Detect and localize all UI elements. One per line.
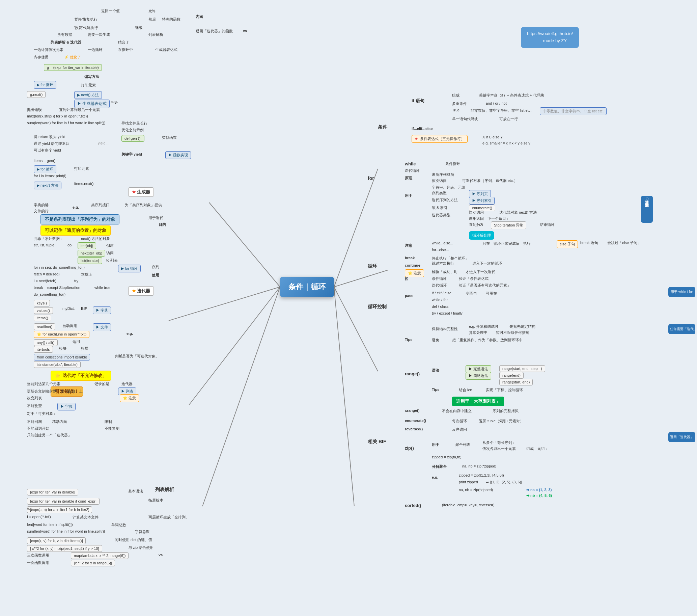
lbl-lianghuan-shenche: 两层循环生成「全排列」 [148,515,189,520]
node-for-loop-gen: ▶ for 循环 [34,81,56,89]
lbl-fetch: fetch = iter(seq) [34,272,60,276]
lbl-diedaqi-next: 迭代器对象 next() 方法 [499,210,537,215]
lbl-dangqian: 当前到达第几个元素 [27,381,60,386]
lbl-bianxie: 编写方法 [84,74,99,79]
lbl-BIF: BIF [81,307,87,310]
node-two-iter: [expr(a, b) for a in iter1 for b in iter… [27,506,92,513]
lbl-return-value: 返回一个值 [101,9,120,14]
lbl-for-else: for...else... [432,248,449,252]
section-generator: ★生成器 [128,187,154,197]
lbl-ji: 即 [405,277,409,282]
lbl-danyi: 单一语句代码块 [452,116,478,121]
lbl-eg2: e.g. [73,205,79,209]
lbl-nb-result: ➡ nb = (4, 5, 6) [526,494,552,498]
lbl-kediedai: 可迭代对象（序列、迭代器 etc.） [462,178,518,183]
lbl-xuliedui: 序列 [152,265,159,270]
lbl-duiyu: 对于「可变对象」 [27,411,57,416]
node-iter-obj: iter(obj) [78,243,96,249]
node-for-items: ▶ for 循环 [34,165,56,173]
lbl-genxin: 更新会立刻映射到「迭代条目」上 [27,389,83,394]
lbl-str-list: str, list, tuple [34,243,54,247]
lbl-yongyu2: 用于 [432,442,439,447]
lbl-lebiao-jiexi-diedai: 列表解析 & 迭代器 [50,40,81,45]
lbl-weishuxulie: 为「类序列对象」提供 [125,203,162,208]
section-for-right: for [368,176,374,181]
lbl-zhijie-jisuan: 直到计算到最后一个元素 [59,107,100,113]
lbl-zip: zip() [405,445,414,451]
lbl-xianyin: 先充先确定结构 [509,324,535,329]
lbl-zucheng: 组成 [452,93,459,98]
lbl-tongguo-yield: 通过 yield 语句即返回 [34,141,70,146]
lbl-bucunzai: 不会在内存中建立 [442,408,472,413]
node-defgen: def gen (): [121,135,144,142]
section-loop-ctrl: 循环控制 [368,304,387,310]
info-box: https://woaielf.github.io/ —— made by ZY [521,27,579,48]
lbl-yield-label: yield ... [98,141,110,145]
info-url: https://woaielf.github.io/ [527,30,573,38]
lbl-fan-fangwen: 反序访问 [452,427,467,432]
mind-map: 条件｜循环 https://woaielf.github.io/ —— made… [0,0,697,616]
lbl-fujian: '恢复'代码执行 [74,25,98,30]
section-if: if 语句 [412,98,425,104]
section-loop: 循环 [368,263,377,269]
lbl-eg3: e.g. [127,332,133,336]
svg-line-1 [169,287,280,321]
node-引发问题: ⭐ 迭代时「不允许修改」 [50,371,111,381]
node-xulie-suo: ▶ 序列索引 [469,197,494,205]
lbl-xuliefanji: 序列的完整拷贝 [492,408,519,413]
lbl-vs2: vs [159,553,163,557]
callout-loop-after: 循环后处理 [469,231,494,240]
lbl-yanzheng-tiaojian: 验证「条件表达式」 [459,276,492,281]
callout-return-iterator: 返回「迭代器」 [668,432,695,442]
lbl-bunenggai: 不能改变 [27,404,42,408]
lbl-smaller: e.g. smaller = x if x < y else y [483,141,530,145]
lbl-try-except: try / except / finally [432,311,462,315]
node-zidian2: ▶ 字典 [57,403,76,410]
node-isinstance: isinstance('abc', Iterable) [34,361,80,368]
callout-iterate-anywhere: 任何需要「迭代」的地方 [668,324,695,334]
lbl-break: break [405,256,415,260]
lbl-suoyoushu: 所有数据 [57,32,72,37]
node-readline: readline() [34,323,55,330]
node-generator-expr: g = (expr for iter_var in iterable) [44,64,102,71]
lbl-buneng-fuzhi: 不能复制 [105,426,119,431]
lbl-diedaiquan: 迭代循环 [432,283,447,288]
lbl-feilingdian: 非零数值、非空字符串、非空 list etc. [471,108,531,113]
node-feiling: 非零数值、非空字符串、非空 list etc. [540,107,607,115]
lbl-jieshu-xunhuan: 结束循环 [540,222,554,227]
lbl-while-label: while [405,161,416,166]
lbl-benshang: 本质上 [81,272,92,277]
node-keys: keys() [34,300,50,307]
lbl-continue: continue [405,263,420,267]
lbl-items-next-desc: items.next() [74,181,93,186]
lbl-panduan: 判断是否为「可迭代对象」 [115,354,159,359]
node-gen-expr-label: ▶ 生成器表达式 [74,100,110,108]
lbl-zuida-hang: 寻找文件最长行 [121,121,147,126]
lbl-xuliegleixing: 序列类型 [432,191,447,196]
node-for-xunhuan: ▶ for 循环 [118,265,141,273]
lbl-next0-duixiang: next() 方法的对象 [81,236,110,241]
lbl-keyizaiyong: 可用在 [486,291,497,296]
lbl-youhua-zhi: 优化之前示例 [121,128,144,133]
lbl-fanhuiyi-zu: 返回 tuple（索引+元素对） [479,419,523,424]
center-node: 条件｜循环 [280,277,334,297]
lbl-xiang-suoyin: 项 & 索引 [432,205,447,210]
node-ternary: ★ 条件表达式（三元操作符） [412,135,468,143]
lbl-and-or: and / or / not [486,101,507,105]
lbl-tips: Tips [405,338,412,341]
lbl-range: range() [405,371,420,376]
lbl-diedai-xunhuan: 迭代循环 [405,168,420,173]
lbl-true-label: True [452,108,459,112]
lbl-zucheng-yuanzu: 组成「元组」 [526,446,549,451]
lbl-zipped: zipped = zip(ta,tb) [432,455,461,459]
lbl-obj: obj [68,243,73,247]
node-hanshu-shixian: ▶ 函数实现 [165,151,191,159]
lbl-congduo: 从多个「等长序列」 [483,440,516,445]
lbl-yongyu-diedai: 用于迭代 [148,215,163,220]
node-stop-iter: StopIteration 异常 [491,221,526,229]
lbl-keyi-yield: 可以有多个 yield [34,148,61,153]
lbl-guanjianzi-yield: 关键字 yield [121,152,142,157]
lbl-sum-len: sum(len(word) for line in f for word in … [27,121,105,125]
node-next-iter: next(iter_obj) [78,250,105,256]
lbl-yichangchuli: 异常处理中 [469,330,488,335]
